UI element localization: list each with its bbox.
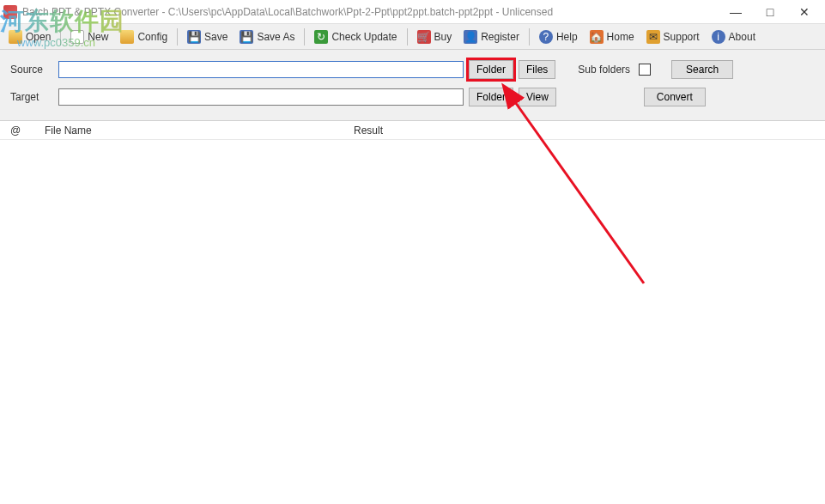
separator [177,28,178,46]
separator [60,28,61,46]
home-icon: 🏠 [590,30,604,44]
target-label: Target [10,91,53,103]
close-button[interactable]: ✕ [787,1,822,23]
home-label: Home [607,31,634,43]
open-label: Open [26,31,51,43]
subfolders-label: Sub folders [578,64,630,76]
column-result[interactable]: Result [354,124,815,137]
checkupdate-button[interactable]: ↻ Check Update [309,27,402,47]
support-icon: ✉ [646,30,660,44]
target-view-button[interactable]: View [519,88,556,106]
refresh-icon: ↻ [314,30,328,44]
titlebar: Batch PPT & PPTX Converter - C:\Users\pc… [0,0,825,24]
help-icon: ? [539,30,553,44]
new-button[interactable]: New [65,27,113,47]
separator [407,28,408,46]
buy-label: Buy [434,31,452,43]
column-status[interactable]: @ [10,124,45,137]
cart-icon: 🛒 [417,30,431,44]
source-input[interactable] [58,61,464,78]
saveas-button[interactable]: 💾 Save As [234,27,300,47]
main-toolbar: Open New Config 💾 Save 💾 Save As ↻ Check… [0,24,825,50]
subfolders-checkbox[interactable] [639,64,651,76]
register-label: Register [481,31,519,43]
help-button[interactable]: ? Help [534,27,583,47]
target-input[interactable] [58,88,464,106]
search-button[interactable]: Search [671,60,733,79]
file-list-header: @ File Name Result [0,121,825,140]
saveas-label: Save As [257,31,294,43]
column-filename[interactable]: File Name [45,124,354,137]
info-icon: i [712,30,725,44]
source-folder-button[interactable]: Folder [469,60,513,79]
open-button[interactable]: Open [3,27,56,47]
source-label: Source [10,64,53,76]
config-label: Config [137,31,167,43]
separator [304,28,305,46]
help-label: Help [556,31,578,43]
form-panel: Source Folder Files Sub folders Search T… [0,50,825,121]
support-label: Support [664,31,700,43]
config-icon [120,30,134,44]
about-button[interactable]: i About [707,27,761,47]
saveas-icon: 💾 [240,30,253,44]
folder-open-icon [9,30,22,44]
support-button[interactable]: ✉ Support [641,27,705,47]
checkupdate-label: Check Update [331,31,397,43]
file-list-body[interactable] [0,140,825,501]
source-row: Source Folder Files Sub folders Search [10,58,815,81]
maximize-button[interactable]: □ [753,1,787,23]
about-label: About [729,31,755,43]
window-controls: — □ ✕ [719,1,822,23]
user-icon: 👤 [464,30,477,44]
save-button[interactable]: 💾 Save [182,27,233,47]
app-icon [3,5,17,19]
source-files-button[interactable]: Files [519,60,555,79]
save-label: Save [204,31,227,43]
target-folder-button[interactable]: Folder [469,88,513,106]
convert-button[interactable]: Convert [644,88,706,106]
minimize-button[interactable]: — [719,1,753,23]
new-label: New [88,31,108,43]
separator [529,28,530,46]
window-title: Batch PPT & PPTX Converter - C:\Users\pc… [22,6,719,18]
config-button[interactable]: Config [115,27,173,47]
new-file-icon [70,30,84,44]
buy-button[interactable]: 🛒 Buy [412,27,458,47]
save-icon: 💾 [187,30,201,44]
register-button[interactable]: 👤 Register [458,27,525,47]
home-button[interactable]: 🏠 Home [585,27,640,47]
target-row: Target Folder View Convert [10,86,815,108]
